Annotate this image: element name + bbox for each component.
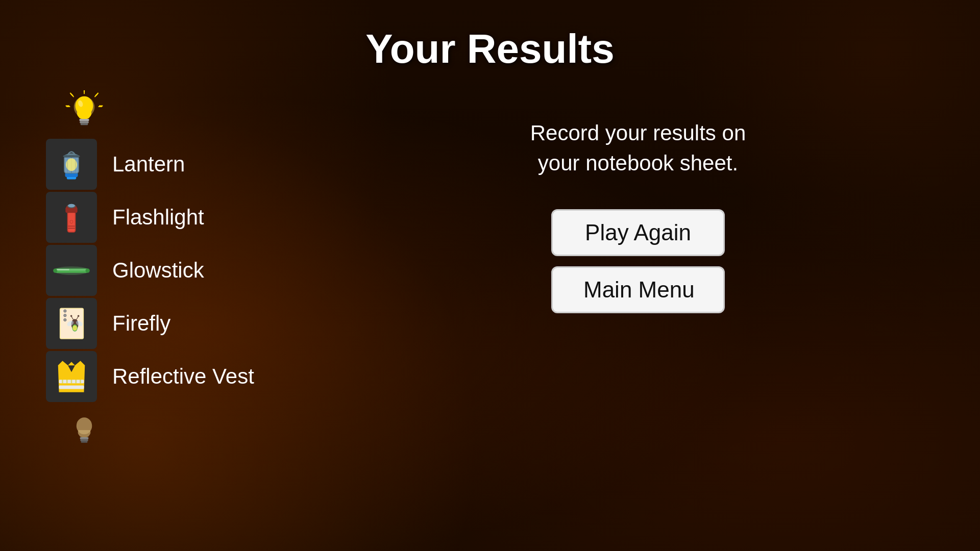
list-item: Glowstick [46,245,204,296]
svg-point-52 [77,315,79,317]
page-title: Your Results [46,26,934,72]
list-item: Flashlight [46,192,204,243]
list-item: Firefly [46,298,170,349]
reflective-vest-icon-box [46,351,97,402]
svg-rect-8 [80,121,88,123]
svg-point-39 [86,268,90,272]
right-panel: Record your results on your notebook she… [301,88,934,313]
buttons-group: Play Again Main Menu [551,209,725,313]
glowstick-label: Glowstick [112,258,204,283]
svg-rect-7 [80,119,89,121]
lightbulb-top-icon [61,88,107,134]
svg-point-43 [63,310,66,312]
record-instruction: Record your results on your notebook she… [510,118,766,179]
svg-rect-9 [81,123,88,126]
svg-point-45 [63,318,66,321]
svg-point-30 [68,204,75,207]
main-menu-button[interactable]: Main Menu [551,266,725,313]
svg-point-44 [63,314,66,317]
svg-rect-56 [59,386,84,389]
firefly-label: Firefly [112,311,170,336]
firefly-icon-box [46,298,97,349]
svg-rect-40 [57,269,69,270]
lantern-icon-box [46,139,97,190]
svg-rect-64 [80,439,88,441]
play-again-button[interactable]: Play Again [551,209,725,256]
list-item: Reflective Vest [46,351,254,402]
svg-point-51 [70,315,72,317]
svg-rect-21 [63,155,79,158]
svg-rect-65 [81,441,88,443]
svg-point-32 [70,220,73,223]
svg-rect-63 [80,437,89,439]
items-column: Lantern [46,88,301,453]
flashlight-icon-box [46,192,97,243]
svg-point-48 [72,325,77,331]
list-item: Lantern [46,139,185,190]
lantern-label: Lantern [112,152,185,177]
flashlight-label: Flashlight [112,205,204,230]
lightbulb-bottom-icon [61,407,107,453]
glowstick-icon-box [46,245,97,296]
reflective-vest-label: Reflective Vest [112,364,254,389]
